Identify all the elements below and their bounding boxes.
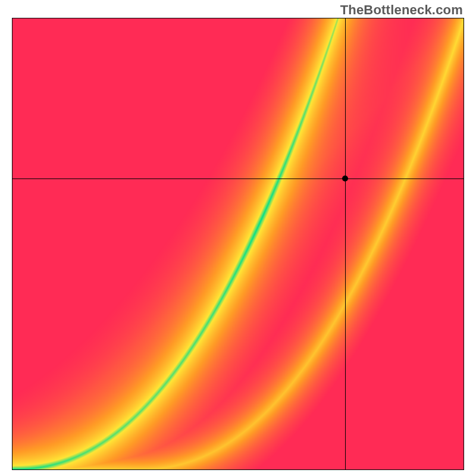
heatmap-plot: [12, 18, 464, 470]
heatmap-canvas: [12, 18, 464, 469]
watermark-text: TheBottleneck.com: [340, 2, 463, 18]
